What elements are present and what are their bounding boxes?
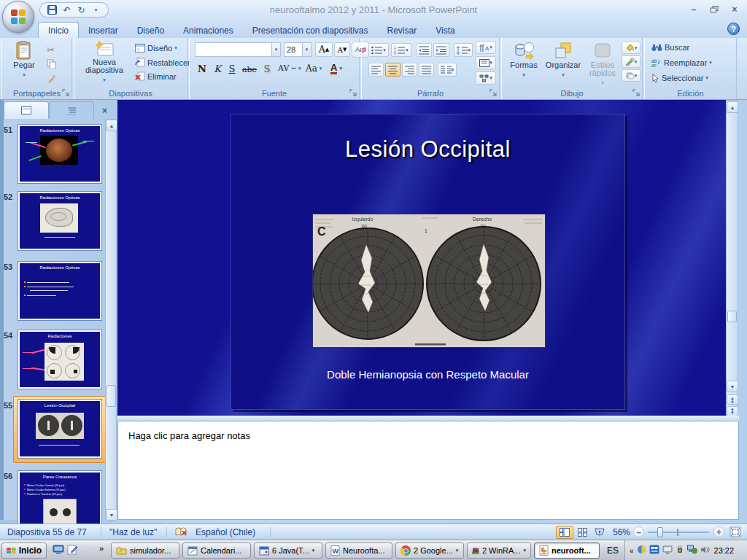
quicklaunch-overflow-icon[interactable]: » [99, 544, 104, 553]
shrink-font-icon[interactable]: A▼ [334, 42, 350, 57]
thumbnail-slide-53[interactable]: Radiaciones Opticas [18, 261, 102, 321]
tab-inicio[interactable]: Inicio [38, 22, 79, 38]
editor-scrollbar-thumb[interactable] [727, 311, 737, 322]
zoom-level[interactable]: 56% [613, 527, 630, 537]
align-text-icon[interactable]: ▾ [476, 56, 496, 69]
tab-revisar[interactable]: Revisar [378, 23, 427, 38]
replace-button[interactable]: abac Reemplazar▾ [651, 58, 713, 68]
bullets-icon[interactable]: ▾ [368, 43, 389, 57]
scroll-up-icon[interactable]: ▲ [727, 101, 738, 113]
task-java-group[interactable]: 6 Java(T... ▾ [254, 542, 322, 559]
tab-diseno[interactable]: Diseño [128, 23, 174, 38]
notes-pane[interactable]: Haga clic para agregar notas [117, 421, 739, 520]
delete-slide-button[interactable]: Eliminar [134, 71, 177, 82]
tab-presentacion[interactable]: Presentación con diapositivas [243, 23, 378, 38]
change-case-icon[interactable]: Aa▾ [305, 63, 322, 74]
font-size-combo[interactable]: 28 ▾ [284, 42, 311, 57]
strikethrough-icon[interactable]: abe [241, 64, 258, 75]
cut-icon[interactable]: ✂ [46, 44, 55, 56]
editor-scrollbar[interactable]: ▲ ▼ ▲▲ ▼▼ [726, 100, 738, 416]
tray-network-icon[interactable] [687, 544, 697, 557]
shape-effects-icon[interactable]: ▾ [622, 69, 640, 82]
font-name-combo[interactable]: ▾ [195, 42, 281, 57]
task-winrar-group[interactable]: 2 WinRA... ▾ [467, 542, 531, 559]
office-button[interactable] [2, 1, 34, 33]
next-slide-icon[interactable]: ▼▼ [727, 406, 738, 416]
dialog-launcher-icon[interactable] [632, 89, 640, 97]
notes-splitter[interactable] [117, 416, 739, 421]
visual-field-figure[interactable]: Izquierdo 30 C 1 Derecho 30 [313, 214, 545, 347]
paste-dropdown-icon[interactable]: ▾ [23, 71, 26, 79]
tray-lan-icon[interactable] [649, 544, 659, 557]
paste-button[interactable]: Pegar ▾ [8, 41, 40, 79]
reset-button[interactable]: Restablecer [134, 57, 191, 68]
justify-icon[interactable] [419, 63, 434, 77]
shapes-button[interactable]: Formas ▾ [506, 41, 541, 79]
new-slide-dropdown-icon[interactable]: ▾ [103, 76, 106, 84]
task-chrome-group[interactable]: 2 Google... ▾ [395, 542, 464, 559]
quicklaunch-desktop-icon[interactable] [53, 545, 64, 558]
task-powerpoint-active[interactable]: neurooft... [534, 542, 600, 559]
task-word-doc[interactable]: W Neuroofta... [325, 542, 392, 559]
slide-sorter-icon[interactable] [573, 526, 591, 539]
format-painter-icon[interactable] [46, 73, 57, 84]
qat-customize-icon[interactable]: ▾ [90, 4, 102, 16]
panel-scroll-up-icon[interactable]: ▲ [106, 120, 117, 131]
tab-animaciones[interactable]: Animaciones [174, 23, 243, 38]
thumbnail-slide-51[interactable]: Radiaciones Opticas [18, 124, 102, 184]
language-bar[interactable]: ES [607, 545, 619, 556]
character-spacing-icon[interactable]: AV↔▾ [277, 63, 302, 74]
tray-collapse-icon[interactable]: « [630, 547, 634, 555]
align-center-icon[interactable] [385, 63, 400, 77]
align-left-icon[interactable] [368, 63, 384, 77]
grow-font-icon[interactable]: A▲ [315, 42, 333, 57]
bold-icon[interactable]: N [196, 63, 209, 75]
tray-display-icon[interactable] [662, 544, 673, 557]
increase-indent-icon[interactable] [433, 43, 449, 57]
tab-insertar[interactable]: Insertar [79, 23, 128, 38]
arrange-button[interactable]: Organizar ▾ [544, 41, 582, 79]
zoom-slider-thumb[interactable] [657, 527, 663, 537]
convert-smartart-icon[interactable]: ▾ [476, 71, 496, 85]
task-calendario[interactable]: Calendari... [182, 542, 251, 559]
new-slide-button[interactable]: Nueva diapositiva ▾ [80, 41, 128, 84]
panel-scroll-down-icon[interactable]: ▼ [106, 509, 117, 521]
italic-icon[interactable]: K [212, 63, 223, 75]
fit-to-window-icon[interactable] [729, 526, 741, 540]
tab-outline[interactable] [49, 101, 94, 119]
minimize-button[interactable]: – [687, 4, 700, 15]
font-color-icon[interactable]: A▾ [330, 62, 343, 75]
columns-icon[interactable]: ▾ [438, 63, 457, 77]
normal-view-icon[interactable] [556, 526, 573, 539]
task-simulador[interactable]: simulador... [111, 542, 179, 559]
text-shadow-icon[interactable]: S [261, 63, 273, 75]
slide-canvas[interactable]: Lesión Occipital Izquierdo 30 C 1 Der [231, 114, 625, 410]
scroll-down-icon[interactable]: ▼ [727, 381, 738, 392]
thumbnail-slide-55[interactable]: Lesión Occipital [18, 399, 102, 459]
find-button[interactable]: Buscar [651, 42, 690, 52]
thumbnail-slide-54[interactable]: Radiaciones [18, 330, 102, 389]
dialog-launcher-icon[interactable] [489, 89, 498, 97]
start-button[interactable]: Inicio [1, 542, 47, 559]
redo-icon[interactable]: ↻ [75, 4, 88, 16]
spellcheck-icon[interactable] [175, 526, 188, 540]
shape-fill-icon[interactable]: ▾ [622, 42, 640, 54]
slide-title[interactable]: Lesión Occipital [231, 136, 624, 163]
line-spacing-icon[interactable]: ▾ [454, 43, 473, 57]
save-icon[interactable] [46, 4, 58, 16]
zoom-out-icon[interactable]: – [633, 526, 644, 537]
panel-close-icon[interactable]: × [102, 106, 107, 116]
quick-styles-button[interactable]: Estilos rápidos ▾ [585, 41, 620, 87]
tab-slides-thumbnails[interactable] [4, 101, 49, 119]
thumbnail-slide-56[interactable]: Pares Craneanos Motor Ocular Común (III … [18, 470, 102, 530]
tray-power-icon[interactable] [676, 544, 684, 557]
shape-outline-icon[interactable]: ▾ [622, 55, 640, 68]
thumbnail-slide-52[interactable]: Radiaciones Opticas [18, 191, 102, 251]
dialog-launcher-icon[interactable] [62, 89, 70, 97]
zoom-in-icon[interactable]: + [713, 526, 724, 537]
layout-button[interactable]: Diseño▾ [134, 43, 178, 53]
panel-scrollbar-thumb[interactable] [107, 385, 116, 407]
numbering-icon[interactable]: 123▾ [391, 43, 411, 57]
dialog-launcher-icon[interactable] [349, 89, 357, 97]
tray-volume-icon[interactable] [700, 544, 710, 557]
